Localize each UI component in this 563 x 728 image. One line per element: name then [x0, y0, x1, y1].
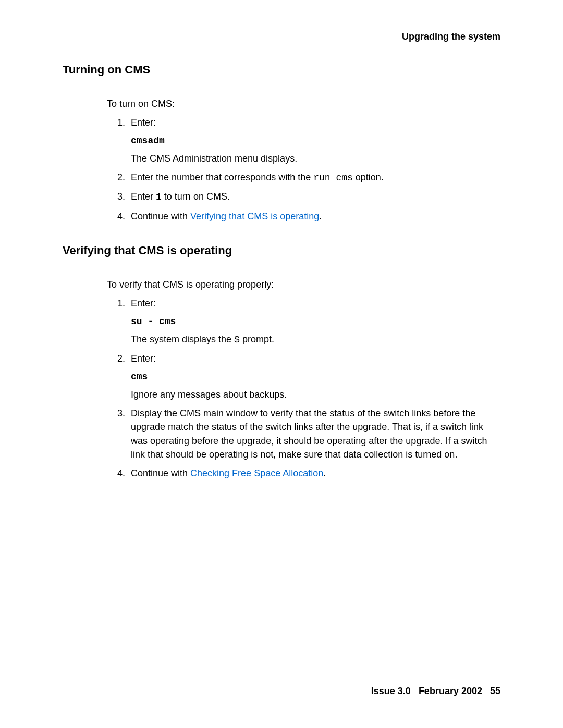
list-text-pre: Continue with [131, 468, 190, 478]
list-after-text: The CMS Administration menu displays. [131, 152, 500, 165]
list-text-pre: Continue with [131, 211, 190, 221]
list-text: Enter: [131, 117, 156, 128]
list-text-post: option. [353, 172, 384, 182]
link-verifying-cms[interactable]: Verifying that CMS is operating [190, 211, 319, 221]
section-heading-verifying-cms: Verifying that CMS is operating [63, 244, 500, 257]
page-footer: Issue 3.0 February 2002 55 [371, 686, 500, 697]
list-text-post: to turn on CMS. [162, 191, 230, 202]
list-text-post: . [323, 468, 326, 478]
list-text: Display the CMS main window to verify th… [131, 408, 487, 459]
page-header: Upgrading the system [63, 31, 500, 42]
list-item: 3. Enter 1 to turn on CMS. [117, 190, 500, 204]
code-cms: cms [131, 372, 148, 382]
list-item: 4. Continue with Checking Free Space All… [117, 466, 500, 480]
list-number: 4. [117, 209, 125, 223]
code-su-cms: su - cms [131, 316, 176, 327]
list-after-pre: The system displays the [131, 334, 234, 344]
list-item: 4. Continue with Verifying that CMS is o… [117, 209, 500, 223]
list-item: 3. Display the CMS main window to verify… [117, 406, 500, 461]
list-text: Enter: [131, 298, 156, 309]
code-run-cms: run_cms [313, 172, 353, 183]
list-item: 2. Enter the number that corresponds wit… [117, 170, 500, 184]
intro-text: To turn on CMS: [107, 97, 500, 110]
intro-text: To verify that CMS is operating properly… [107, 278, 500, 291]
list-number: 3. [117, 406, 125, 420]
code-one: 1 [156, 192, 162, 202]
heading-rule [63, 81, 271, 81]
list-number: 2. [117, 170, 125, 184]
footer-date: February 2002 [419, 686, 482, 696]
list-number: 1. [117, 116, 125, 129]
code-cmsadm: cmsadm [131, 135, 165, 146]
footer-page: 55 [490, 686, 500, 696]
list-text-pre: Enter [131, 191, 156, 202]
list-item: 2. Enter: cms Ignore any messages about … [117, 352, 500, 401]
list-after-text: Ignore any messages about backups. [131, 388, 500, 401]
link-checking-free-space[interactable]: Checking Free Space Allocation [190, 468, 323, 478]
list-number: 4. [117, 466, 125, 480]
list-after-post: prompt. [240, 334, 274, 344]
list-text-pre: Enter the number that corresponds with t… [131, 172, 313, 182]
list-number: 3. [117, 190, 125, 203]
list-number: 1. [117, 297, 125, 310]
list-number: 2. [117, 352, 125, 365]
code-dollar: $ [234, 335, 240, 345]
list-item: 1. Enter: cmsadm The CMS Administration … [117, 116, 500, 165]
list-text: Enter: [131, 353, 156, 364]
list-item: 1. Enter: su - cms The system displays t… [117, 297, 500, 347]
section-heading-turning-on-cms: Turning on CMS [63, 63, 500, 77]
heading-rule [63, 262, 271, 262]
footer-issue: Issue 3.0 [371, 686, 411, 696]
list-text-post: . [319, 211, 322, 221]
